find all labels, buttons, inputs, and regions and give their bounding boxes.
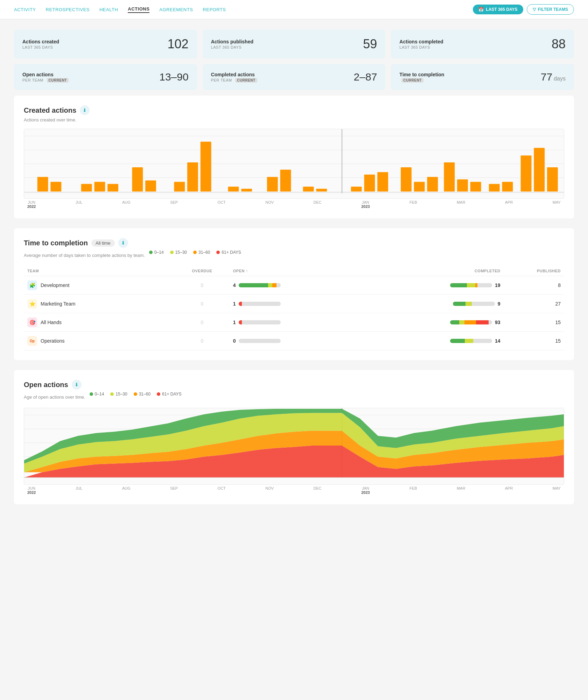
- created-actions-download[interactable]: ⬇: [80, 105, 90, 115]
- date-range-button[interactable]: 📅 LAST 365 DAYS: [473, 5, 523, 14]
- table-row: Op Operations 0 0 14 15: [24, 332, 564, 350]
- nav-agreements[interactable]: AGREEMENTS: [159, 7, 193, 12]
- chart-label-may23: MAY: [553, 200, 561, 209]
- ttc-subtitle-row: Average number of days taken to complete…: [24, 250, 564, 260]
- team-open-bar-3: [239, 339, 281, 343]
- ttc-download[interactable]: ⬇: [118, 238, 128, 248]
- open-label-dec22: DEC: [314, 486, 322, 495]
- svg-rect-33: [521, 155, 532, 191]
- chart-label-dec22: DEC: [314, 200, 322, 209]
- table-row: 🎯 All Hands 0 1 93 15: [24, 313, 564, 332]
- svg-rect-10: [107, 184, 118, 191]
- svg-rect-7: [50, 182, 61, 191]
- team-open-val-0: 4: [233, 282, 236, 288]
- open-actions-subtitle: Age of open actions over time.: [24, 394, 85, 400]
- stats-row-1: Actions created LAST 365 DAYS 102 Action…: [14, 30, 574, 58]
- svg-rect-9: [94, 182, 105, 191]
- nav-actions[interactable]: ACTIONS: [128, 6, 149, 13]
- created-actions-svg: [24, 129, 564, 198]
- nav-retrospectives[interactable]: RETROSPECTIVES: [46, 7, 90, 12]
- legend-0-14: 0–14: [149, 250, 164, 255]
- stat-open-sub: PER TEAM CURRENT: [22, 78, 69, 83]
- svg-rect-31: [489, 184, 500, 191]
- open-legend-31-60: 31–60: [134, 392, 150, 397]
- chart-label-feb23: FEB: [410, 200, 417, 209]
- open-actions-title: Open actions: [24, 381, 68, 389]
- stat-actions-completed: Actions completed LAST 365 DAYS 88: [391, 30, 574, 58]
- stat-published-sub: LAST 365 DAYS: [211, 45, 253, 49]
- stat-comp-actions-value: 2–87: [354, 71, 377, 83]
- ttc-table: TEAM OVERDUE OPEN ↑ COMPLETED PUBLISHED …: [24, 266, 564, 350]
- team-open-cell-1: 1: [230, 295, 367, 313]
- team-icon-0: 🧩: [27, 280, 37, 290]
- team-icon-3: Op: [27, 336, 37, 346]
- svg-rect-17: [241, 189, 252, 191]
- created-actions-subtitle: Actions created over time.: [24, 117, 564, 122]
- open-legend-dot-61-plus: [157, 392, 160, 396]
- col-open[interactable]: OPEN ↑: [230, 266, 367, 276]
- team-comp-bar-2: [450, 320, 492, 324]
- open-actions-svg: [24, 408, 564, 484]
- open-actions-subtitle-row: Age of open actions over time. 0–14 15–3…: [24, 392, 564, 402]
- stat-completed-actions: Completed actions PER TEAM CURRENT 2–87: [203, 64, 386, 90]
- open-label-jun22: JUN 2022: [27, 486, 36, 495]
- nav-reports[interactable]: REPORTS: [203, 7, 226, 12]
- created-actions-chart-wrapper: JUN 2022 JUL AUG SEP OCT NOV DEC JAN 202…: [24, 129, 564, 209]
- ttc-header: Time to completion All time ⬇: [24, 238, 564, 248]
- stat-actions-created: Actions created LAST 365 DAYS 102: [14, 30, 197, 58]
- team-completed-cell-2: 93: [367, 313, 504, 332]
- stat-ttc-badge: CURRENT: [401, 78, 423, 83]
- ttc-legend: 0–14 15–30 31–60 61+ DAYS: [149, 250, 241, 255]
- team-icon-2: 🎯: [27, 317, 37, 327]
- team-overdue-0: 0: [175, 276, 230, 295]
- svg-rect-32: [502, 182, 513, 191]
- chart-label-nov22: NOV: [265, 200, 274, 209]
- created-actions-title: Created actions: [24, 106, 76, 114]
- team-overdue-1: 0: [175, 295, 230, 313]
- open-actions-download[interactable]: ⬇: [72, 380, 82, 390]
- open-label-oct22: OCT: [218, 486, 226, 495]
- nav-health[interactable]: HEALTH: [99, 7, 118, 12]
- created-actions-header: Created actions ⬇: [24, 105, 564, 115]
- open-label-jan23: JAN 2023: [361, 486, 370, 495]
- team-published-2: 15: [504, 313, 564, 332]
- team-open-cell-0: 4: [230, 276, 367, 295]
- nav-activity[interactable]: ACTIVITY: [14, 7, 36, 12]
- stats-row-2: Open actions PER TEAM CURRENT 13–90 Comp…: [14, 64, 574, 90]
- team-open-val-1: 1: [233, 301, 236, 307]
- table-row: 🧩 Development 0 4 19 8: [24, 276, 564, 295]
- stat-created-value: 102: [168, 37, 189, 51]
- open-label-feb23: FEB: [410, 486, 417, 495]
- stat-actions-published: Actions published LAST 365 DAYS 59: [203, 30, 386, 58]
- team-name-0: Development: [41, 282, 70, 288]
- col-completed: COMPLETED: [367, 266, 504, 276]
- stat-open-value: 13–90: [159, 71, 188, 83]
- chart-label-jan23: JAN 2023: [361, 200, 370, 209]
- svg-rect-21: [316, 189, 327, 191]
- team-open-bar-2: [239, 320, 281, 324]
- main-content: Actions created LAST 365 DAYS 102 Action…: [0, 19, 588, 525]
- stat-ttc-label: Time to completion: [399, 72, 444, 77]
- team-open-val-2: 1: [233, 320, 236, 325]
- stat-completed-label: Actions completed: [399, 39, 443, 44]
- open-label-sep22: SEP: [170, 486, 178, 495]
- team-comp-val-2: 93: [495, 320, 500, 325]
- team-name-2: All Hands: [41, 320, 62, 325]
- open-actions-chart-wrapper: JUN 2022 JUL AUG SEP OCT NOV DEC JAN 202…: [24, 408, 564, 495]
- team-overdue-3: 0: [175, 332, 230, 350]
- filter-label: FILTER TEAMS: [538, 7, 568, 12]
- svg-rect-28: [444, 162, 455, 191]
- team-completed-cell-3: 14: [367, 332, 504, 350]
- team-name-3: Operations: [41, 338, 64, 344]
- filter-teams-button[interactable]: ▽ FILTER TEAMS: [527, 4, 574, 15]
- ttc-title: Time to completion: [24, 239, 88, 247]
- svg-rect-23: [364, 175, 375, 192]
- ttc-period-badge[interactable]: All time: [91, 239, 115, 247]
- team-comp-bar-1: [453, 302, 495, 306]
- team-cell-1: ⭐ Marketing Team: [24, 295, 175, 313]
- team-cell-0: 🧩 Development: [24, 276, 175, 295]
- team-comp-val-3: 14: [495, 338, 500, 344]
- time-to-completion-section: Time to completion All time ⬇ Average nu…: [14, 228, 574, 360]
- open-legend: 0–14 15–30 31–60 61+ DAYS: [90, 392, 182, 397]
- stat-open-badge: CURRENT: [47, 78, 69, 83]
